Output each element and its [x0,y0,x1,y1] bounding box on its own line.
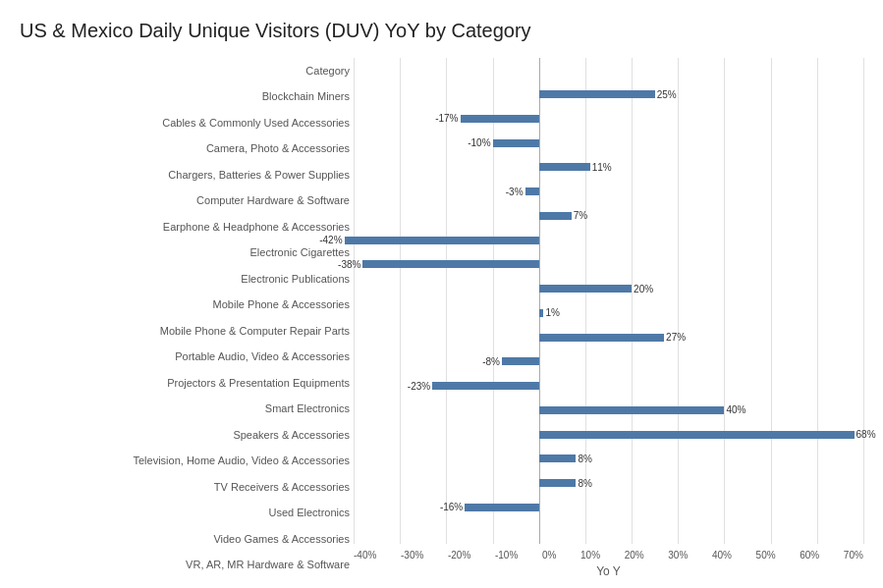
y-label: Portable Audio, Video & Accessories [20,349,350,364]
bar [539,90,655,98]
bar-row: -42% [354,228,863,252]
y-label: Mobile Phone & Accessories [20,297,350,312]
y-label: Video Games & Accessories [20,532,350,547]
plot-body: 25%-17%-10%11%-3%7%-42%-38%20%1%27%-8%-2… [354,58,863,544]
plot-area: 25%-17%-10%11%-3%7%-42%-38%20%1%27%-8%-2… [354,58,863,578]
y-label: VR, AR, MR Hardware & Software [20,558,350,572]
bar-row: -17% [354,107,863,132]
bar-value-label: 7% [574,210,587,221]
bar [432,382,539,390]
bar-row: -3% [354,180,863,204]
x-tick: 10% [580,550,600,561]
bar-row: -38% [354,252,863,277]
y-label: Cables & Commonly Used Accessories [20,116,350,131]
y-labels: CategoryBlockchain MinersCables & Common… [20,58,354,578]
chart-container: US & Mexico Daily Unique Visitors (DUV) … [0,0,883,588]
x-tick: -10% [495,550,518,561]
bar-row: -8% [354,349,863,374]
bar-row: 11% [354,155,863,180]
bar-value-label: -10% [468,137,490,148]
bar-row: -10% [354,131,863,155]
bar [539,309,544,317]
bar-row: 8% [354,447,863,471]
bar [465,504,538,511]
grid-line [863,58,864,544]
bar [539,285,632,293]
y-label: Projectors & Presentation Equipments [20,376,350,391]
bar [525,187,539,195]
bar-row: 40% [354,399,863,423]
y-label: Chargers, Batteries & Power Supplies [20,168,350,183]
bar [539,479,577,487]
y-label: Blockchain Miners [20,89,350,104]
y-label: Television, Home Audio, Video & Accessor… [20,454,350,468]
x-tick: 40% [712,550,732,561]
y-label: Used Electronics [20,506,350,520]
bar-row [354,519,863,544]
bar [362,260,538,268]
bar-value-label: -16% [440,502,463,512]
x-tick: 20% [625,550,644,561]
bar-value-label: 25% [657,89,677,100]
bar-value-label: 11% [592,162,612,173]
bar [345,237,539,244]
y-label: Electronic Cigarettes [20,245,350,260]
y-label: Camera, Photo & Accessories [20,141,350,156]
x-tick: -30% [401,550,423,561]
category-header: Category [20,64,350,79]
chart-area: CategoryBlockchain MinersCables & Common… [20,58,863,578]
bar-value-label: 20% [634,284,653,294]
bar [539,212,572,220]
bars-container: 25%-17%-10%11%-3%7%-42%-38%20%1%27%-8%-2… [354,58,863,544]
bar-row-header [354,58,863,82]
chart-title: US & Mexico Daily Unique Visitors (DUV) … [20,20,863,42]
bar-row: 7% [354,204,863,229]
bar-row: 27% [354,325,863,349]
bar-value-label: -17% [435,113,458,124]
y-label: Computer Hardware & Software [20,193,350,208]
bar-value-label: 40% [726,404,745,415]
bar-value-label: -23% [408,381,430,392]
x-axis: -40%-30%-20%-10%0%10%20%30%40%50%60%70% [354,546,863,561]
y-label: Smart Electronics [20,401,350,416]
bar [539,406,725,414]
bar-row: 1% [354,301,863,326]
bar [493,139,539,147]
bar-value-label: -42% [319,235,342,245]
bar [539,163,590,171]
bar [502,357,539,365]
x-tick: -20% [448,550,470,561]
y-label: Earphone & Headphone & Accessories [20,220,350,235]
bar-value-label: -38% [338,259,360,270]
y-label: Speakers & Accessories [20,428,350,443]
bar [461,115,539,123]
y-label: TV Receivers & Accessories [20,480,350,495]
bar-row: -16% [354,496,863,520]
x-tick: 60% [800,550,819,561]
bar-row: 25% [354,82,863,107]
y-label: Electronic Publications [20,272,350,287]
x-tick: 50% [756,550,776,561]
x-tick: -40% [354,550,376,561]
x-tick: 0% [542,550,556,561]
x-tick: 70% [844,550,863,561]
bar [539,334,664,342]
bar-value-label: -8% [482,356,500,367]
bar-value-label: 8% [578,454,591,464]
bar [539,431,855,439]
bar-value-label: -3% [506,187,524,197]
y-label: Mobile Phone & Computer Repair Parts [20,324,350,339]
bar-row: 68% [354,422,863,447]
bar-value-label: 8% [578,478,591,489]
x-axis-title: Yo Y [354,564,863,578]
bar-value-label: 27% [666,332,686,343]
bar-value-label: 1% [545,307,559,318]
x-tick: 30% [668,550,688,561]
bar-row: 8% [354,471,863,496]
bar [539,454,577,462]
bar-row: 20% [354,277,863,301]
bar-value-label: 68% [856,429,876,440]
bar-row: -23% [354,374,863,399]
